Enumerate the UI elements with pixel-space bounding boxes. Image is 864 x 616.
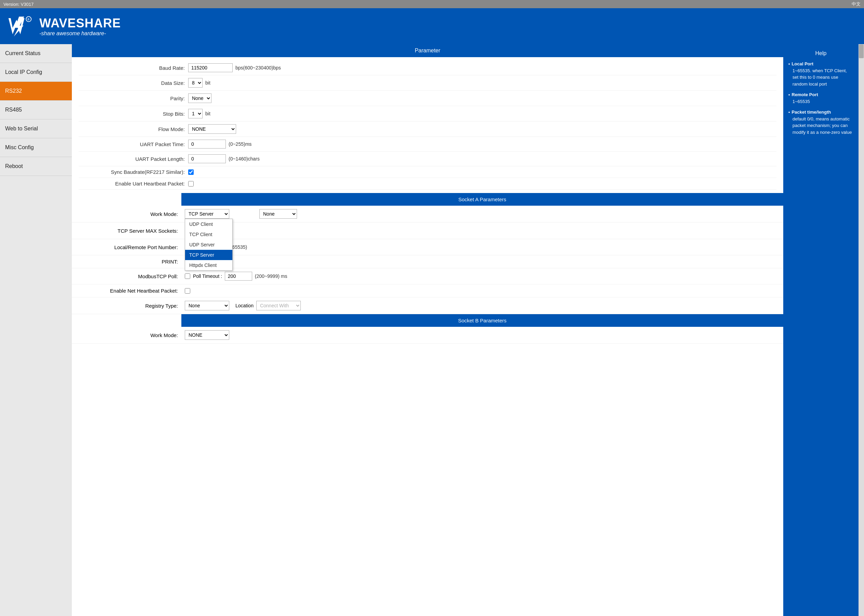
sidebar-item-rs485[interactable]: RS485 [0, 101, 72, 119]
uart-packet-length-row: UART Packet Length: (0~1460)chars [79, 152, 776, 166]
socket-b-label-right: Socket B Parameters [181, 314, 783, 327]
stop-bits-label: Stop Bits: [79, 111, 188, 117]
baud-rate-value: bps(600~230400)bps [188, 63, 281, 72]
socket-b-work-mode-label: Work Mode: [72, 327, 181, 344]
print-value [181, 255, 783, 268]
help-item-remote-port-body: 1~65535 [789, 98, 853, 105]
baud-rate-row: Baud Rate: bps(600~230400)bps [79, 61, 776, 75]
data-size-unit: bit [205, 80, 211, 86]
help-content: • Local Port 1~65535. when TCP Client, s… [789, 61, 853, 135]
uart-packet-time-input[interactable] [188, 140, 226, 149]
enable-net-heartbeat-value [181, 284, 783, 297]
data-size-select[interactable]: 8 7 6 5 [188, 78, 203, 88]
print-label: PRINT: [72, 255, 181, 268]
help-item-local-port-body: 1~65535. when TCP Client, set this to 0 … [789, 68, 853, 88]
poll-timeout-input[interactable] [225, 272, 252, 281]
work-mode-dropdown-container: TCP Server UDP Client TCP Client UDP Ser… [185, 209, 229, 219]
uart-packet-length-unit: (0~1460)chars [229, 156, 260, 162]
help-item-packet: • Packet time/length default 0/0, means … [789, 109, 853, 135]
scrollbar-thumb[interactable] [859, 44, 864, 58]
help-item-remote-port-title: • Remote Port [789, 91, 853, 98]
uart-packet-length-input[interactable] [188, 154, 226, 163]
logo-container: ® [7, 13, 33, 39]
data-size-row: Data Size: 8 7 6 5 bit [79, 75, 776, 91]
bullet-3: • [789, 109, 790, 116]
registry-type-value: None Location Connect With [181, 297, 783, 314]
parity-label: Parity: [79, 96, 188, 101]
parity-select[interactable]: None Even Odd [188, 93, 212, 103]
modbustcp-poll-row: ModbusTCP Poll: Poll Timeout : (200~9999… [72, 268, 783, 284]
socket-b-work-mode-value: NONE TCP Server TCP Client UDP Server UD… [181, 327, 783, 344]
header: ® WAVESHARE -share awesome hardware- [0, 8, 864, 44]
sidebar-item-rs232[interactable]: RS232 [0, 82, 72, 101]
param-table: Baud Rate: bps(600~230400)bps Data Size:… [72, 57, 783, 193]
local-remote-port-row: Local/Remote Port Number: (1~65535) [72, 239, 783, 255]
dropdown-item-httpdx-client[interactable]: Httpdx Client [185, 260, 232, 270]
registry-location-select[interactable]: Connect With [256, 301, 301, 310]
help-item-local-port: • Local Port 1~65535. when TCP Client, s… [789, 61, 853, 87]
content-area: Parameter Baud Rate: bps(600~230400)bps … [72, 44, 783, 616]
work-mode-secondary-select[interactable]: None [259, 209, 297, 219]
uart-packet-time-row: UART Packet Time: (0~255)ms [79, 137, 776, 152]
flow-mode-value: NONE RTS/CTS XON/XOFF [188, 124, 236, 134]
sidebar-item-misc-config[interactable]: Misc Config [0, 138, 72, 157]
lang-switch[interactable]: 中文 [852, 1, 861, 7]
stop-bits-select[interactable]: 1 2 [188, 109, 203, 118]
socket-b-work-mode-select[interactable]: NONE TCP Server TCP Client UDP Server UD… [185, 330, 229, 340]
version-text: Version: V3017 [3, 2, 33, 7]
registry-location-label: Location [236, 303, 254, 308]
enable-uart-heartbeat-label: Enable Uart Heartbeat Packet: [79, 181, 188, 187]
socket-b-work-mode-row: Work Mode: NONE TCP Server TCP Client UD… [72, 327, 783, 344]
enable-uart-heartbeat-value [188, 181, 194, 187]
sidebar: Current Status Local IP Config RS232 RS4… [0, 44, 72, 616]
print-row: PRINT: [72, 255, 783, 268]
bullet-1: • [789, 61, 790, 68]
enable-net-heartbeat-checkbox[interactable] [185, 288, 190, 294]
bullet-2: • [789, 91, 790, 98]
registry-type-select[interactable]: None [185, 301, 229, 310]
parity-value: None Even Odd [188, 93, 212, 103]
stop-bits-unit: bit [205, 111, 211, 116]
registry-type-row: Registry Type: None Location Connect Wit… [72, 297, 783, 314]
svg-text:®: ® [27, 18, 30, 21]
work-mode-select[interactable]: TCP Server UDP Client TCP Client UDP Ser… [185, 209, 229, 219]
dropdown-item-udp-server[interactable]: UDP Server [185, 240, 232, 250]
work-mode-value: TCP Server UDP Client TCP Client UDP Ser… [181, 206, 783, 222]
brand-tagline: -share awesome hardware- [39, 30, 121, 37]
work-mode-label: Work Mode: [72, 206, 181, 222]
enable-net-heartbeat-row: Enable Net Heartbeat Packet: [72, 284, 783, 297]
sidebar-item-current-status[interactable]: Current Status [0, 44, 72, 63]
poll-timeout-label: Poll Timeout : [193, 273, 222, 279]
socket-a-label-right: Socket A Parameters [181, 193, 783, 206]
main-layout: Current Status Local IP Config RS232 RS4… [0, 44, 864, 616]
sidebar-item-web-to-serial[interactable]: Web to Serial [0, 119, 72, 138]
stop-bits-value: 1 2 bit [188, 109, 211, 118]
dropdown-item-udp-client[interactable]: UDP Client [185, 219, 232, 229]
modbustcp-poll-value: Poll Timeout : (200~9999) ms [181, 268, 783, 284]
scrollbar-track[interactable] [859, 44, 864, 616]
tcp-server-max-label: TCP Server MAX Sockets: [72, 222, 181, 239]
flow-mode-select[interactable]: NONE RTS/CTS XON/XOFF [188, 124, 236, 134]
sidebar-item-local-ip-config[interactable]: Local IP Config [0, 63, 72, 82]
sync-baudrate-checkbox[interactable] [188, 170, 194, 175]
modbustcp-poll-checkbox[interactable] [185, 273, 190, 279]
poll-timeout-unit: (200~9999) ms [255, 273, 287, 279]
uart-packet-time-unit: (0~255)ms [229, 141, 251, 147]
enable-uart-heartbeat-checkbox[interactable] [188, 181, 194, 187]
sync-baudrate-label: Sync Baudrate(RF2217 Similar): [79, 169, 188, 175]
tcp-server-max-value: KICK [181, 222, 783, 239]
help-panel: Help • Local Port 1~65535. when TCP Clie… [783, 44, 859, 616]
help-item-remote-port: • Remote Port 1~65535 [789, 91, 853, 105]
sidebar-item-reboot[interactable]: Reboot [0, 157, 72, 176]
baud-rate-input[interactable] [188, 63, 232, 72]
help-title: Help [789, 47, 853, 61]
uart-packet-length-value: (0~1460)chars [188, 154, 260, 163]
waveshare-logo: ® [7, 13, 33, 39]
uart-packet-time-value: (0~255)ms [188, 140, 251, 149]
dropdown-item-tcp-server[interactable]: TCP Server [185, 250, 232, 260]
dropdown-item-tcp-client[interactable]: TCP Client [185, 229, 232, 240]
work-mode-row: Work Mode: TCP Server UDP Client TCP Cli… [72, 206, 783, 222]
sync-baudrate-row: Sync Baudrate(RF2217 Similar): [79, 166, 776, 178]
registry-type-label: Registry Type: [72, 297, 181, 314]
parameter-section-header: Parameter [72, 44, 783, 57]
